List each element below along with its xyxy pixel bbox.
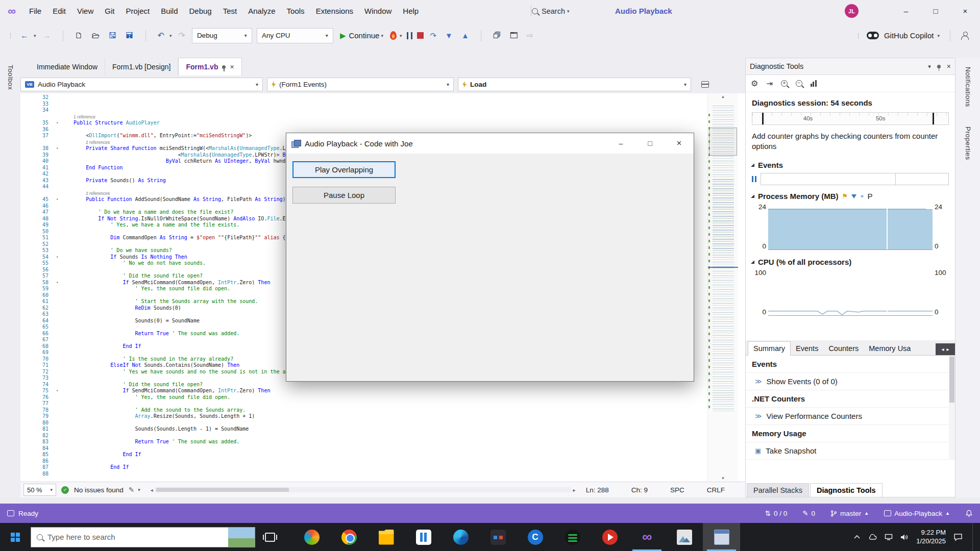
- solution-platform-dropdown[interactable]: Any CPU ▾: [257, 28, 333, 43]
- solution-configuration-dropdown[interactable]: Debug ▾: [192, 28, 252, 43]
- github-copilot-icon[interactable]: [867, 32, 879, 39]
- hidden-icons-chevron[interactable]: [853, 535, 861, 539]
- menu-edit[interactable]: Edit: [47, 0, 71, 22]
- menu-project[interactable]: Project: [120, 0, 155, 22]
- cpu-chart[interactable]: 100 0 100 0: [752, 269, 949, 316]
- find-in-files-icon[interactable]: 🗇: [491, 30, 503, 42]
- network-icon[interactable]: [885, 534, 893, 540]
- minimap-scrollbar[interactable]: ▲ ▼: [707, 93, 738, 482]
- fold-marker[interactable]: ▾: [53, 388, 61, 394]
- panel-scrollbar[interactable]: [949, 356, 955, 460]
- cpu-section-header[interactable]: ◢ CPU (% of all processors): [746, 255, 955, 269]
- step-into-icon[interactable]: ▼: [443, 30, 455, 41]
- pending-changes[interactable]: ✎ 0: [802, 509, 815, 517]
- repo-selector[interactable]: Audio-Playback ▲: [884, 510, 950, 517]
- tab-form1-vb-design[interactable]: Form1.vb [Design]: [105, 58, 178, 76]
- cloud-icon[interactable]: [868, 534, 877, 540]
- avatar[interactable]: JL: [845, 4, 859, 18]
- panel-header[interactable]: Diagnostic Tools ▾ ×: [746, 58, 955, 75]
- open-file-icon[interactable]: 🗁: [90, 30, 102, 42]
- menu-git[interactable]: Git: [99, 0, 120, 22]
- feedback-icon[interactable]: [961, 32, 969, 40]
- taskbar-icon-edge[interactable]: [442, 523, 479, 551]
- menu-window[interactable]: Window: [359, 0, 397, 22]
- taskbar-icon-file-explorer[interactable]: [368, 523, 405, 551]
- settings-gear-icon[interactable]: ⚙: [751, 79, 758, 88]
- taskbar-icon-photos[interactable]: [666, 523, 703, 551]
- diagnostics-tab-memory-usa[interactable]: Memory Usa: [864, 342, 916, 355]
- new-file-icon[interactable]: 🗋: [73, 30, 85, 42]
- sync-status[interactable]: ⇅ 0 / 0: [765, 509, 788, 517]
- menu-help[interactable]: Help: [397, 0, 424, 22]
- scrollbar-track[interactable]: [155, 487, 571, 492]
- codelens-references[interactable]: 1 reference: [61, 114, 95, 120]
- scroll-right-icon[interactable]: ▸: [947, 346, 949, 352]
- save-all-icon[interactable]: 🖬: [124, 30, 136, 42]
- split-editor-icon[interactable]: [701, 81, 709, 88]
- menu-view[interactable]: View: [71, 0, 99, 22]
- close-icon[interactable]: ×: [947, 62, 951, 70]
- diagnostics-tab-counters[interactable]: Counters: [823, 342, 864, 355]
- memory-plot-area[interactable]: [768, 203, 933, 250]
- reset-view-icon[interactable]: [811, 80, 817, 87]
- step-over-icon[interactable]: ↷: [428, 30, 439, 42]
- tab-immediate-window[interactable]: Immediate Window: [30, 58, 105, 76]
- horizontal-scrollbar[interactable]: ◂ ▸: [151, 487, 576, 493]
- tab-form1-vb[interactable]: Form1.vb×: [178, 58, 241, 76]
- scroll-down-icon[interactable]: ▼: [708, 476, 738, 481]
- dialog-minimize-button[interactable]: –: [606, 133, 635, 154]
- codelens-references[interactable]: 2 references: [61, 139, 110, 146]
- break-all-icon[interactable]: [407, 32, 412, 39]
- show-desktop-button[interactable]: [972, 523, 975, 551]
- taskbar-icon-visual-studio[interactable]: [628, 523, 666, 551]
- menu-file[interactable]: File: [23, 0, 47, 22]
- github-copilot-label[interactable]: GitHub Copilot: [884, 31, 934, 40]
- close-icon[interactable]: ×: [230, 63, 234, 71]
- export-icon[interactable]: ⇥: [766, 79, 773, 88]
- fold-marker[interactable]: ▾: [53, 145, 61, 152]
- scroll-left-icon[interactable]: ◂: [151, 487, 153, 493]
- type-dropdown[interactable]: (Form1 Events) ▾: [267, 78, 454, 91]
- cpu-plot-area[interactable]: [768, 269, 933, 316]
- summary-item-take-snapshot[interactable]: ▣Take Snapshot: [746, 442, 955, 460]
- taskbar-search-box[interactable]: Type here to search: [31, 527, 255, 547]
- scroll-up-icon[interactable]: ▲: [708, 94, 738, 99]
- save-icon[interactable]: 🖫: [107, 30, 119, 42]
- events-section-header[interactable]: ◢ Events: [746, 158, 955, 172]
- zoom-out-icon[interactable]: −: [796, 80, 802, 87]
- side-tab-toolbox[interactable]: Toolbox: [7, 61, 14, 94]
- taskbar-icon-form-window[interactable]: [703, 523, 740, 551]
- taskbar-icon-music-app[interactable]: [554, 523, 591, 551]
- stop-debugging-icon[interactable]: [417, 32, 424, 39]
- session-end-marker[interactable]: [933, 113, 934, 124]
- taskbar-clock[interactable]: 9:22 PM 1/20/2025: [916, 529, 946, 546]
- pin-icon[interactable]: [222, 65, 226, 69]
- chevron-down-icon[interactable]: ▾: [567, 9, 570, 14]
- panel-tab-diagnostic-tools[interactable]: Diagnostic Tools: [810, 483, 883, 497]
- menu-analyze[interactable]: Analyze: [242, 0, 281, 22]
- scroll-right-icon[interactable]: ▸: [573, 487, 576, 493]
- start-button[interactable]: [0, 523, 31, 551]
- continue-button[interactable]: ▶ Continue ▾: [338, 31, 385, 40]
- close-button[interactable]: ×: [950, 0, 980, 22]
- snapshot-flag-icon[interactable]: ⚑: [842, 192, 848, 200]
- chevron-down-icon[interactable]: ▾: [400, 33, 402, 38]
- diagnostics-tab-events[interactable]: Events: [791, 342, 823, 355]
- collapse-triangle-icon[interactable]: ◢: [751, 162, 754, 167]
- health-check-icon[interactable]: ✓: [61, 486, 69, 494]
- taskbar-icon-copilot[interactable]: [293, 523, 330, 551]
- summary-item-show-events-0-of-0[interactable]: ≫Show Events (0 of 0): [746, 373, 955, 390]
- scrollbar-thumb[interactable]: [949, 357, 954, 403]
- menu-build[interactable]: Build: [155, 0, 183, 22]
- tab-scroll-arrows[interactable]: ◂ ▸: [936, 343, 955, 355]
- spaces-indicator[interactable]: SPC: [670, 486, 684, 494]
- task-view-button[interactable]: [255, 523, 285, 551]
- chevron-down-icon[interactable]: ▾: [937, 33, 940, 38]
- taskbar-icon-media-player[interactable]: [405, 523, 442, 551]
- hot-reload-icon[interactable]: [390, 31, 397, 40]
- project-dropdown[interactable]: VB Audio Playback ▾: [20, 78, 263, 91]
- chevron-down-icon[interactable]: ▾: [138, 487, 140, 492]
- taskbar-icon-code-editor[interactable]: [479, 523, 517, 551]
- panel-tab-parallel-stacks[interactable]: Parallel Stacks: [747, 483, 809, 497]
- dialog-close-button[interactable]: ×: [665, 133, 694, 154]
